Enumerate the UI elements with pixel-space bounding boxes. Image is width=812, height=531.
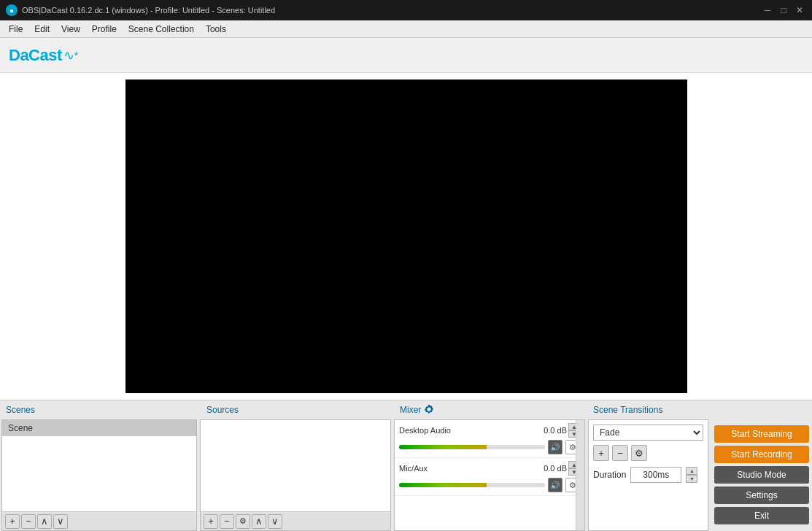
mixer-desktop-mute-button[interactable]: 🔊 (548, 440, 562, 454)
transitions-add-button[interactable]: + (593, 445, 609, 461)
scenes-toolbar: + − ∧ ∨ (2, 511, 196, 530)
logo-star: * (74, 50, 78, 61)
mixer-mic-volume-fill (399, 483, 487, 487)
exit-button[interactable]: Exit (714, 507, 809, 524)
sources-panel-header: Sources (201, 403, 394, 416)
duration-spin-up[interactable]: ▲ (686, 467, 697, 475)
sources-panel: + − ⚙ ∧ ∨ (200, 419, 391, 531)
mixer-desktop-label-row: Desktop Audio 0.0 dB ▲ ▼ (399, 423, 580, 438)
mixer-mic-controls: 🔊 ⚙ (399, 478, 580, 492)
app-icon: ● (6, 4, 18, 16)
scenes-add-button[interactable]: + (5, 514, 20, 529)
right-section: Fade Cut Swipe Slide Stinger Luma Wipe +… (587, 419, 812, 531)
preview-area (0, 73, 812, 400)
transitions-content: Fade Cut Swipe Slide Stinger Luma Wipe +… (589, 420, 708, 487)
close-button[interactable]: ✕ (793, 4, 806, 17)
menu-file[interactable]: File (3, 20, 28, 38)
mixer-panel-header: Mixer (394, 403, 587, 416)
panel-headers: Scenes Sources Mixer Scene Transitions (0, 400, 812, 419)
panels-row: Scene + − ∧ ∨ + − ⚙ ∧ ∨ (0, 419, 812, 531)
transitions-add-row: + − ⚙ (593, 445, 703, 461)
sources-list (201, 420, 390, 511)
mixer-gear-icon[interactable] (424, 405, 434, 415)
minimize-button[interactable]: ─ (761, 4, 774, 17)
transitions-panel-header: Scene Transitions (587, 403, 812, 416)
mixer-scrollbar[interactable] (576, 420, 584, 530)
maximize-button[interactable]: □ (777, 4, 790, 17)
mixer-mic-db: 0.0 dB (544, 464, 567, 473)
scenes-down-button[interactable]: ∨ (53, 514, 68, 529)
scenes-remove-button[interactable]: − (21, 514, 36, 529)
mixer-desktop-volume-bar[interactable] (399, 445, 545, 449)
settings-button[interactable]: Settings (714, 487, 809, 504)
sources-remove-button[interactable]: − (220, 514, 234, 529)
mixer-channel-desktop: Desktop Audio 0.0 dB ▲ ▼ (395, 420, 584, 458)
menu-view[interactable]: View (55, 20, 86, 38)
logo-wave: ∿ (63, 47, 74, 63)
mixer-desktop-db-group: 0.0 dB ▲ ▼ (544, 423, 580, 438)
mixer-mic-volume-bar[interactable] (399, 483, 545, 487)
mixer-content: Desktop Audio 0.0 dB ▲ ▼ (395, 420, 584, 530)
menu-edit[interactable]: Edit (28, 20, 55, 38)
sources-up-button[interactable]: ∧ (252, 514, 266, 529)
transitions-remove-button[interactable]: − (612, 445, 628, 461)
menubar: File Edit View Profile Scene Collection … (0, 20, 812, 38)
transitions-select[interactable]: Fade Cut Swipe Slide Stinger Luma Wipe (593, 425, 703, 441)
mixer-panel: Desktop Audio 0.0 dB ▲ ▼ (394, 419, 585, 531)
start-recording-button[interactable]: Start Recording (714, 446, 809, 463)
scene-item[interactable]: Scene (2, 420, 196, 436)
titlebar: ● OBS|DaCast 0.16.2.dc.1 (windows) - Pro… (0, 0, 812, 20)
window-title: OBS|DaCast 0.16.2.dc.1 (windows) - Profi… (22, 6, 761, 15)
scenes-up-button[interactable]: ∧ (37, 514, 52, 529)
sources-add-button[interactable]: + (204, 514, 218, 529)
menu-scene-collection[interactable]: Scene Collection (123, 20, 200, 38)
duration-spin-down[interactable]: ▼ (686, 475, 697, 483)
menu-profile[interactable]: Profile (86, 20, 123, 38)
transitions-dropdown-row: Fade Cut Swipe Slide Stinger Luma Wipe (593, 425, 703, 441)
action-buttons: Start Streaming Start Recording Studio M… (710, 422, 812, 527)
window-controls: ─ □ ✕ (761, 4, 806, 17)
sources-down-button[interactable]: ∨ (268, 514, 282, 529)
scenes-list: Scene (2, 420, 196, 511)
studio-mode-button[interactable]: Studio Mode (714, 466, 809, 484)
duration-label: Duration (593, 470, 626, 480)
transitions-gear-button[interactable]: ⚙ (631, 445, 647, 461)
mixer-channel-mic: Mic/Aux 0.0 dB ▲ ▼ 🔊 (395, 458, 584, 496)
mixer-mic-db-group: 0.0 dB ▲ ▼ (544, 461, 580, 476)
mixer-desktop-controls: 🔊 ⚙ (399, 440, 580, 454)
start-streaming-button[interactable]: Start Streaming (714, 425, 809, 443)
duration-input[interactable] (630, 467, 681, 483)
menu-tools[interactable]: Tools (200, 20, 232, 38)
scenes-panel: Scene + − ∧ ∨ (1, 419, 197, 531)
mixer-desktop-db: 0.0 dB (544, 426, 567, 435)
mixer-desktop-volume-fill (399, 445, 487, 449)
mixer-mic-label: Mic/Aux (399, 464, 428, 473)
sources-gear-button[interactable]: ⚙ (236, 514, 250, 529)
duration-spin: ▲ ▼ (686, 467, 697, 483)
mixer-mic-label-row: Mic/Aux 0.0 dB ▲ ▼ (399, 461, 580, 476)
preview-canvas (125, 80, 687, 393)
mixer-mic-mute-button[interactable]: 🔊 (548, 478, 562, 492)
sources-toolbar: + − ⚙ ∧ ∨ (201, 511, 390, 530)
transitions-panel: Fade Cut Swipe Slide Stinger Luma Wipe +… (588, 419, 708, 531)
logobar: DaCast ∿* (0, 38, 812, 73)
duration-row: Duration ▲ ▼ (593, 467, 703, 483)
mixer-desktop-label: Desktop Audio (399, 426, 451, 435)
bottom-panel: Scenes Sources Mixer Scene Transitions S… (0, 400, 812, 531)
logo-text: DaCast (9, 46, 62, 65)
scenes-panel-header: Scenes (0, 403, 201, 416)
